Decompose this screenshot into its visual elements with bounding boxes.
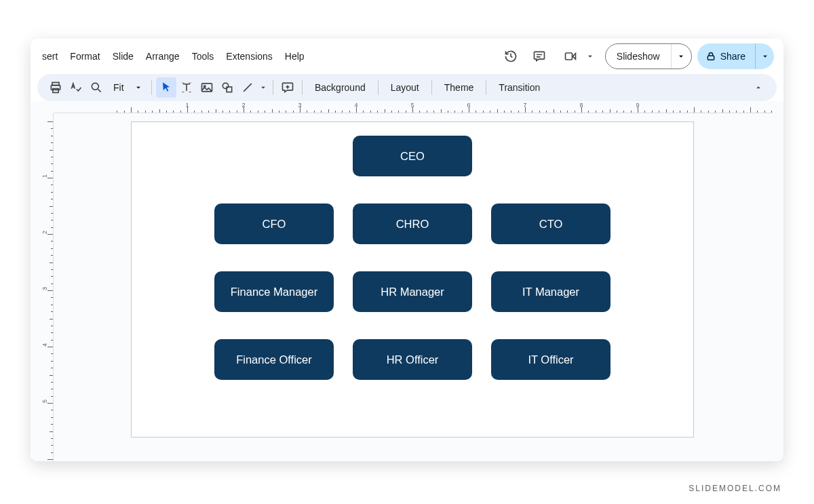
spellcheck-icon: [69, 81, 83, 94]
menu-insert[interactable]: sert: [36, 47, 64, 66]
separator: [151, 80, 152, 95]
line-dropdown[interactable]: [258, 77, 269, 98]
lock-icon: [705, 51, 716, 62]
comment-icon: [532, 50, 546, 63]
org-box-chro[interactable]: CHRO: [353, 203, 472, 244]
zoom-icon: [90, 81, 103, 94]
svg-rect-2: [565, 53, 572, 60]
watermark: SLIDEMODEL.COM: [689, 484, 781, 493]
svg-marker-3: [573, 54, 575, 59]
separator: [378, 80, 379, 95]
image-icon: [200, 81, 214, 94]
chevron-down-icon: [258, 83, 268, 92]
menu-tools[interactable]: Tools: [186, 47, 220, 66]
org-box-it-officer[interactable]: IT Officer: [491, 339, 610, 380]
chevron-up-icon: [754, 83, 763, 92]
menu-bar: sert Format Slide Arrange Tools Extensio…: [33, 47, 311, 66]
separator: [273, 80, 273, 95]
org-box-finance-manager[interactable]: Finance Manager: [214, 271, 334, 312]
org-box-hr-manager[interactable]: HR Manager: [353, 271, 472, 312]
toolbar: Fit Background Layout Theme: [37, 74, 777, 101]
action-bar: Slideshow Share: [499, 43, 778, 69]
zoom-select[interactable]: Fit: [106, 77, 147, 98]
spellcheck-button[interactable]: [66, 77, 86, 98]
chevron-down-icon: [676, 52, 686, 61]
menu-slide[interactable]: Slide: [106, 47, 140, 66]
meet-button[interactable]: [559, 45, 582, 68]
cursor-icon: [159, 81, 173, 94]
comments-button[interactable]: [528, 45, 551, 68]
slide-wrapper: CEO CFO CHRO CTO Finance Manager HR Mana…: [54, 113, 773, 461]
menu-arrange[interactable]: Arrange: [140, 47, 186, 66]
background-button[interactable]: Background: [307, 77, 374, 98]
collapse-toolbar-button[interactable]: [748, 77, 769, 98]
svg-line-9: [98, 90, 101, 92]
topbar: sert Format Slide Arrange Tools Extensio…: [31, 39, 783, 74]
textbox-icon: [180, 81, 193, 94]
org-box-cto[interactable]: CTO: [491, 203, 610, 244]
menu-help[interactable]: Help: [279, 47, 311, 66]
chevron-down-icon: [760, 52, 770, 61]
slideshow-button[interactable]: Slideshow: [606, 44, 671, 69]
history-icon: [504, 50, 518, 63]
menu-extensions[interactable]: Extensions: [220, 47, 278, 66]
org-box-cfo[interactable]: CFO: [214, 203, 334, 244]
org-box-ceo[interactable]: CEO: [353, 136, 472, 176]
transition-button[interactable]: Transition: [490, 77, 548, 98]
share-label: Share: [720, 51, 745, 62]
shape-tool-button[interactable]: [217, 77, 237, 98]
ruler-vertical[interactable]: 12345: [41, 113, 54, 461]
line-tool-button[interactable]: [237, 77, 258, 98]
ruler-horizontal[interactable]: 123456789: [54, 101, 773, 113]
textbox-tool-button[interactable]: [176, 77, 197, 98]
separator: [302, 80, 303, 95]
image-tool-button[interactable]: [197, 77, 217, 98]
zoom-label: Fit: [113, 82, 124, 93]
separator: [431, 80, 432, 95]
comment-tool-button[interactable]: [277, 77, 298, 98]
add-comment-icon: [281, 81, 294, 94]
svg-point-12: [222, 83, 228, 88]
menu-format[interactable]: Format: [64, 47, 106, 66]
select-tool-button[interactable]: [156, 77, 176, 98]
video-icon: [564, 50, 577, 63]
print-icon: [49, 81, 62, 94]
separator: [486, 80, 486, 95]
slideshow-dropdown[interactable]: [671, 44, 691, 69]
history-button[interactable]: [499, 45, 522, 68]
zoom-tool-button[interactable]: [86, 77, 106, 98]
share-group: Share: [697, 43, 774, 69]
svg-rect-4: [708, 56, 714, 60]
shape-icon: [220, 81, 234, 94]
meet-dropdown[interactable]: [583, 45, 597, 68]
svg-point-8: [92, 83, 98, 90]
share-button[interactable]: Share: [697, 43, 755, 69]
canvas-area: 123456789 12345 CEO CFO CHRO CTO Finance…: [31, 101, 783, 461]
meet-group: [556, 45, 600, 68]
chevron-down-icon: [134, 83, 143, 92]
chevron-down-icon: [585, 52, 595, 61]
line-icon: [241, 81, 254, 94]
theme-button[interactable]: Theme: [436, 77, 482, 98]
app-shell: sert Format Slide Arrange Tools Extensio…: [31, 39, 783, 461]
org-box-it-manager[interactable]: IT Manager: [491, 271, 610, 312]
org-box-hr-officer[interactable]: HR Officer: [353, 339, 472, 380]
org-box-finance-officer[interactable]: Finance Officer: [214, 339, 334, 380]
slideshow-group: Slideshow: [605, 43, 692, 69]
print-button[interactable]: [45, 77, 66, 98]
share-dropdown[interactable]: [755, 43, 774, 69]
svg-line-14: [244, 83, 252, 92]
layout-button[interactable]: Layout: [383, 77, 427, 98]
slide-canvas[interactable]: CEO CFO CHRO CTO Finance Manager HR Mana…: [131, 121, 694, 438]
